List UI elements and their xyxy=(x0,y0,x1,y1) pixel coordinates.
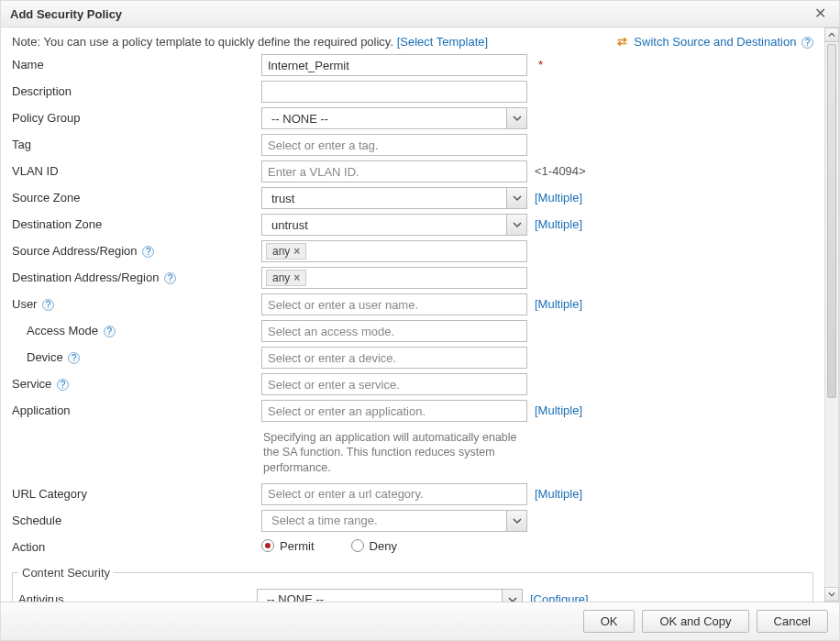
row-destination-zone: Destination Zone untrust [Multiple] xyxy=(12,214,813,238)
note-text: Note: You can use a policy template to q… xyxy=(12,35,397,49)
action-radio-group: Permit Deny xyxy=(261,536,527,553)
dest-addr-input[interactable]: any × xyxy=(261,267,527,289)
help-icon[interactable]: ? xyxy=(57,379,69,391)
source-addr-input[interactable]: any × xyxy=(261,240,527,262)
label-access-mode: Access Mode ? xyxy=(12,320,261,337)
row-policy-group: Policy Group -- NONE -- xyxy=(12,107,813,131)
row-action: Action Permit Deny xyxy=(12,536,813,560)
destination-zone-multiple-link[interactable]: [Multiple] xyxy=(535,217,582,231)
label-dest-addr: Destination Address/Region ? xyxy=(12,267,261,284)
schedule-placeholder: Select a time range. xyxy=(268,514,506,527)
label-policy-group: Policy Group xyxy=(12,107,261,125)
switch-src-dst-link[interactable]: ⇄ Switch Source and Destination ? xyxy=(617,35,813,49)
url-category-multiple-link[interactable]: [Multiple] xyxy=(535,487,582,501)
schedule-select[interactable]: Select a time range. xyxy=(261,510,527,532)
application-input[interactable] xyxy=(261,400,527,422)
row-source-zone: Source Zone trust [Multiple] xyxy=(12,187,813,211)
action-permit-radio[interactable]: Permit xyxy=(261,539,315,553)
label-schedule: Schedule xyxy=(12,510,261,527)
cancel-button[interactable]: Cancel xyxy=(757,610,828,633)
user-input[interactable] xyxy=(261,293,527,315)
vertical-scrollbar[interactable] xyxy=(824,28,839,602)
policy-group-value: -- NONE -- xyxy=(268,112,506,126)
url-category-input[interactable] xyxy=(261,483,527,505)
dialog-body-wrapper: Note: You can use a policy template to q… xyxy=(1,28,839,602)
row-antivirus: Antivirus -- NONE -- [Configure] xyxy=(18,589,807,602)
application-multiple-link[interactable]: [Multiple] xyxy=(535,403,582,417)
row-device: Device ? xyxy=(12,347,813,370)
user-multiple-link[interactable]: [Multiple] xyxy=(535,297,582,311)
source-zone-select[interactable]: trust xyxy=(261,187,527,209)
radio-icon xyxy=(261,539,274,552)
close-icon[interactable]: ✕ xyxy=(811,6,830,21)
row-application-hint: Specifying an application will automatic… xyxy=(12,426,813,481)
required-indicator: * xyxy=(538,58,543,72)
chevron-down-icon xyxy=(506,108,526,128)
antivirus-select[interactable]: -- NONE -- xyxy=(257,589,523,602)
ok-button[interactable]: OK xyxy=(583,610,636,633)
source-addr-chip: any × xyxy=(266,243,306,260)
access-mode-input[interactable] xyxy=(261,320,527,342)
chevron-down-icon xyxy=(502,590,522,602)
tag-input[interactable] xyxy=(261,134,527,156)
action-deny-radio[interactable]: Deny xyxy=(351,539,397,553)
scroll-thumb[interactable] xyxy=(827,44,836,398)
scroll-down-icon[interactable] xyxy=(824,587,839,602)
label-name: Name xyxy=(12,54,261,72)
select-template-link[interactable]: [Select Template] xyxy=(397,35,488,49)
label-service: Service ? xyxy=(12,373,261,391)
policy-group-select[interactable]: -- NONE -- xyxy=(261,107,527,129)
description-input[interactable] xyxy=(261,81,527,103)
label-application: Application xyxy=(12,400,261,417)
dialog-footer: OK OK and Copy Cancel xyxy=(1,602,839,640)
ok-and-copy-button[interactable]: OK and Copy xyxy=(642,610,748,633)
row-schedule: Schedule Select a time range. xyxy=(12,510,813,534)
destination-zone-value: untrust xyxy=(268,218,506,232)
dialog-body: Note: You can use a policy template to q… xyxy=(1,28,824,602)
help-icon[interactable]: ? xyxy=(68,352,80,364)
remove-chip-icon[interactable]: × xyxy=(293,271,300,284)
chevron-down-icon xyxy=(506,188,526,208)
help-icon[interactable]: ? xyxy=(164,272,176,284)
row-vlan: VLAN ID <1-4094> xyxy=(12,160,813,184)
label-action: Action xyxy=(12,536,261,554)
help-icon[interactable]: ? xyxy=(801,37,813,49)
label-source-zone: Source Zone xyxy=(12,187,261,204)
template-note: Note: You can use a policy template to q… xyxy=(12,35,488,49)
content-security-group: Content Security Antivirus -- NONE -- [C… xyxy=(12,566,813,602)
row-source-addr: Source Address/Region ? any × xyxy=(12,240,813,264)
help-icon[interactable]: ? xyxy=(142,246,154,258)
source-zone-multiple-link[interactable]: [Multiple] xyxy=(535,191,582,204)
vlan-input[interactable] xyxy=(261,160,527,182)
switch-src-dst-label: Switch Source and Destination xyxy=(634,35,796,49)
help-icon[interactable]: ? xyxy=(42,299,54,311)
destination-zone-select[interactable]: untrust xyxy=(261,214,527,236)
row-description: Description xyxy=(12,81,813,105)
service-input[interactable] xyxy=(261,373,527,395)
row-user: User ? [Multiple] xyxy=(12,293,813,317)
row-service: Service ? xyxy=(12,373,813,397)
label-destination-zone: Destination Zone xyxy=(12,214,261,231)
scroll-track[interactable] xyxy=(824,42,839,587)
dialog-title: Add Security Policy xyxy=(10,7,122,21)
label-antivirus: Antivirus xyxy=(18,589,257,602)
label-tag: Tag xyxy=(12,134,261,151)
chevron-down-icon xyxy=(506,215,526,235)
source-zone-value: trust xyxy=(268,192,506,205)
name-input[interactable] xyxy=(261,54,527,76)
label-device: Device ? xyxy=(12,347,261,364)
scroll-up-icon[interactable] xyxy=(824,28,839,42)
antivirus-value: -- NONE -- xyxy=(263,592,502,602)
remove-chip-icon[interactable]: × xyxy=(293,245,300,258)
row-access-mode: Access Mode ? xyxy=(12,320,813,344)
row-application: Application [Multiple] xyxy=(12,400,813,424)
device-input[interactable] xyxy=(261,347,527,369)
chevron-down-icon xyxy=(506,511,526,531)
label-source-addr: Source Address/Region ? xyxy=(12,240,261,258)
application-hint: Specifying an application will automatic… xyxy=(261,426,527,481)
help-icon[interactable]: ? xyxy=(104,326,116,337)
action-deny-label: Deny xyxy=(370,539,397,553)
antivirus-configure-link[interactable]: [Configure] xyxy=(530,592,589,602)
row-tag: Tag xyxy=(12,134,813,158)
action-permit-label: Permit xyxy=(280,539,315,553)
